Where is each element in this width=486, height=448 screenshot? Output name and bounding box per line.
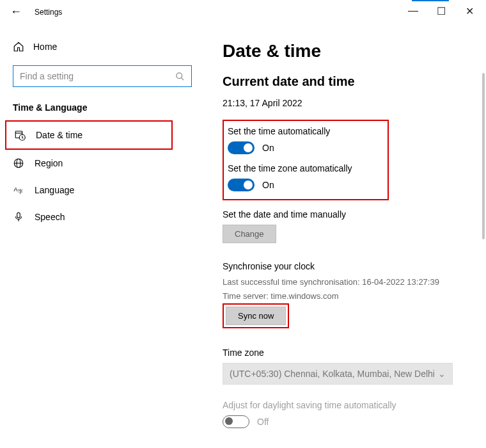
globe-icon <box>13 157 24 169</box>
auto-timezone-toggle[interactable] <box>228 179 255 191</box>
svg-text:A: A <box>14 186 18 193</box>
sidebar: Home Time & Language Date & time Region … <box>0 22 205 448</box>
sidebar-item-label: Language <box>35 185 74 195</box>
home-icon <box>13 41 24 52</box>
language-icon: A字 <box>13 184 24 196</box>
sync-server-text: Time server: time.windows.com <box>223 291 478 302</box>
window-minimize-button[interactable]: — <box>399 1 427 20</box>
search-input[interactable] <box>20 71 175 81</box>
chevron-down-icon: ⌄ <box>438 369 446 379</box>
highlight-box-sync: Sync now <box>223 303 289 328</box>
sidebar-item-date-time[interactable]: Date & time <box>6 122 171 148</box>
current-datetime-value: 21:13, 17 April 2022 <box>223 98 478 108</box>
app-title: Settings <box>35 8 62 17</box>
sidebar-item-region[interactable]: Region <box>0 150 205 177</box>
svg-line-1 <box>181 77 184 80</box>
highlight-box-date-time: Date & time <box>5 120 173 150</box>
page-title: Date & time <box>223 41 478 61</box>
sidebar-home-label: Home <box>33 42 57 52</box>
microphone-icon <box>13 211 24 223</box>
sidebar-item-label: Region <box>35 158 63 168</box>
sidebar-item-label: Speech <box>35 212 65 222</box>
sidebar-category: Time & Language <box>0 99 205 120</box>
sync-header: Synchronise your clock <box>223 261 478 271</box>
dst-toggle[interactable] <box>223 415 249 428</box>
dst-state: Off <box>257 417 269 427</box>
dst-label: Adjust for daylight saving time automati… <box>223 400 478 410</box>
svg-rect-12 <box>17 212 20 218</box>
window-maximize-button[interactable]: ☐ <box>427 1 455 20</box>
timezone-dropdown[interactable]: (UTC+05:30) Chennai, Kolkata, Mumbai, Ne… <box>223 363 453 385</box>
window-close-button[interactable]: ✕ <box>455 1 483 20</box>
sidebar-home[interactable]: Home <box>0 35 205 59</box>
search-box[interactable] <box>13 65 192 87</box>
auto-timezone-label: Set the time zone automatically <box>228 163 380 173</box>
highlight-box-auto-toggles: Set the time automatically On Set the ti… <box>223 120 389 200</box>
scrollbar-thumb[interactable] <box>482 73 485 239</box>
search-icon <box>175 72 185 81</box>
sync-last-text: Last successful time synchronisation: 16… <box>223 276 478 288</box>
auto-time-label: Set the time automatically <box>228 126 380 136</box>
clock-calendar-icon <box>14 129 26 141</box>
sidebar-item-label: Date & time <box>36 130 82 140</box>
sidebar-item-speech[interactable]: Speech <box>0 204 205 230</box>
change-button[interactable]: Change <box>223 225 276 243</box>
auto-time-state: On <box>262 143 274 153</box>
timezone-header: Time zone <box>223 348 478 358</box>
svg-point-0 <box>176 72 182 78</box>
main-panel: Date & time Current date and time 21:13,… <box>205 22 486 448</box>
auto-timezone-state: On <box>262 180 274 190</box>
sidebar-item-language[interactable]: A字 Language <box>0 177 205 204</box>
back-icon[interactable]: ← <box>10 5 22 19</box>
timezone-value: (UTC+05:30) Chennai, Kolkata, Mumbai, Ne… <box>230 369 435 379</box>
accent-strip <box>412 0 449 1</box>
titlebar: — ☐ ✕ <box>0 0 486 22</box>
manual-datetime-label: Set the date and time manually <box>223 209 478 220</box>
auto-time-toggle[interactable] <box>228 141 255 154</box>
sync-now-button[interactable]: Sync now <box>226 307 286 325</box>
svg-text:字: 字 <box>18 189 23 195</box>
section-current-datetime: Current date and time <box>223 74 478 89</box>
